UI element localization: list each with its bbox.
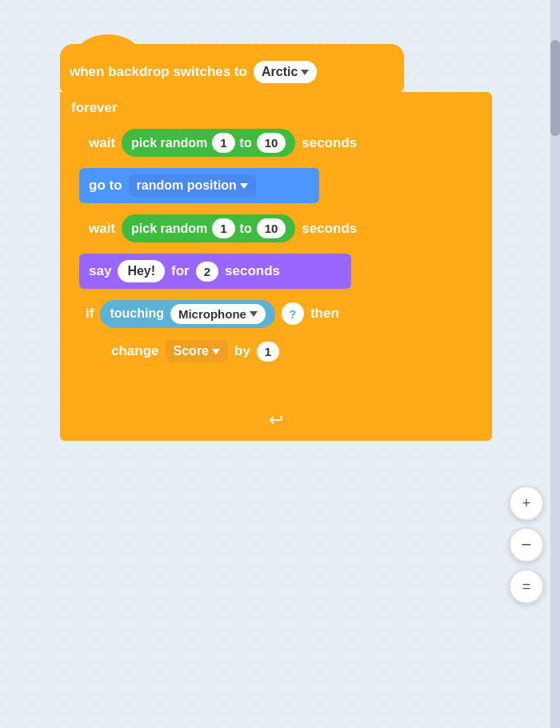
if-label: if — [86, 306, 94, 322]
wait-2-val1[interactable]: 1 — [212, 218, 234, 238]
zoom-controls: + − = — [509, 486, 544, 604]
scrollbar[interactable] — [550, 0, 560, 728]
wait-2-seconds: seconds — [302, 221, 357, 237]
forever-inner: wait pick random 1 to 10 seconds go to r… — [79, 122, 486, 406]
say-label: say — [89, 263, 111, 279]
zoom-out-button[interactable]: − — [509, 527, 544, 562]
zoom-fit-icon: = — [522, 578, 531, 595]
zoom-in-icon: + — [522, 495, 531, 512]
for-label: for — [171, 263, 190, 279]
score-dropdown-arrow — [212, 349, 220, 354]
if-block: if touching Microphone ? then — [79, 294, 479, 406]
pick-random-1[interactable]: pick random 1 to 10 — [122, 129, 295, 157]
forever-bottom-curve: ↩ — [66, 406, 486, 434]
hat-block[interactable]: when backdrop switches to Arctic — [60, 44, 404, 92]
backdrop-dropdown-arrow — [301, 70, 309, 75]
microphone-dropdown-arrow — [250, 311, 258, 317]
change-label: change — [111, 343, 159, 359]
loop-arrow-icon: ↩ — [269, 410, 283, 430]
forever-block: forever wait pick random 1 to 10 seconds… — [60, 92, 492, 441]
say-block[interactable]: say Hey! for 2 seconds — [79, 254, 351, 289]
if-inner: change Score by 1 — [102, 334, 473, 369]
touching-sensor[interactable]: touching Microphone — [100, 300, 275, 328]
scrollbar-thumb[interactable] — [550, 40, 560, 136]
say-text[interactable]: Hey! — [118, 260, 165, 282]
if-bottom-bar — [86, 377, 473, 401]
goto-label: go to — [89, 178, 122, 194]
wait-block-1[interactable]: wait pick random 1 to 10 seconds — [79, 122, 479, 163]
goto-dropdown-arrow — [240, 183, 248, 189]
score-dropdown[interactable]: Score — [166, 340, 228, 362]
wait-1-label: wait — [89, 135, 115, 151]
touching-label: touching — [110, 306, 164, 321]
question-mark: ? — [282, 302, 304, 325]
wait-1-val2[interactable]: 10 — [257, 133, 286, 153]
backdrop-dropdown[interactable]: Arctic — [254, 61, 317, 83]
change-val[interactable]: 1 — [257, 342, 279, 362]
hat-label: when backdrop switches to — [70, 64, 247, 80]
wait-1-val1[interactable]: 1 — [212, 133, 234, 153]
say-val[interactable]: 2 — [196, 262, 218, 282]
pick-random-2[interactable]: pick random 1 to 10 — [122, 214, 295, 242]
forever-label: forever — [66, 98, 486, 122]
wait-2-label: wait — [89, 221, 115, 237]
goto-dropdown[interactable]: random position — [129, 174, 256, 197]
say-seconds: seconds — [225, 263, 280, 279]
microphone-dropdown[interactable]: Microphone — [170, 304, 266, 324]
by-label: by — [234, 343, 250, 359]
zoom-in-button[interactable]: + — [509, 486, 544, 521]
if-header: if touching Microphone ? then — [86, 298, 473, 334]
wait-block-2[interactable]: wait pick random 1 to 10 seconds — [79, 208, 479, 249]
then-label: then — [310, 306, 339, 322]
blocks-canvas: when backdrop switches to Arctic forever… — [60, 44, 492, 441]
zoom-fit-button[interactable]: = — [509, 569, 544, 604]
zoom-out-icon: − — [522, 534, 532, 555]
change-block[interactable]: change Score by 1 — [102, 334, 358, 369]
wait-1-seconds: seconds — [302, 135, 357, 151]
goto-block[interactable]: go to random position — [79, 168, 319, 203]
wait-2-val2[interactable]: 10 — [257, 218, 286, 238]
